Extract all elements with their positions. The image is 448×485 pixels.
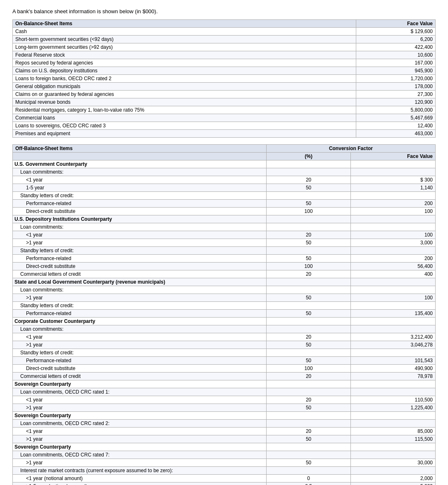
off-balance-cf bbox=[266, 349, 351, 357]
off-balance-item: >1 year bbox=[13, 459, 267, 467]
on-balance-row: Short-term government securities (<92 da… bbox=[13, 36, 436, 43]
off-balance-row: 1-5 year501,140 bbox=[13, 184, 436, 192]
off-balance-item: <1 year bbox=[13, 231, 267, 239]
off-balance-cf: 50 bbox=[266, 239, 351, 247]
off-balance-cf: 100 bbox=[266, 208, 351, 215]
off-balance-fv bbox=[351, 286, 436, 294]
off-balance-item: <1 year bbox=[13, 428, 267, 435]
off-balance-row: U.S. Government Counterparty bbox=[13, 160, 436, 168]
off-balance-item: >1 year bbox=[13, 435, 267, 443]
off-balance-fv: 3,212,400 bbox=[351, 333, 436, 341]
off-balance-row: Standby letters of credit: bbox=[13, 192, 436, 200]
on-balance-value: 1,720,000 bbox=[356, 75, 436, 83]
off-balance-item: Corporate Customer Counterparty bbox=[13, 318, 267, 325]
off-balance-row: Interest rate market contracts (current … bbox=[13, 467, 436, 475]
off-balance-fv: 100 bbox=[351, 231, 436, 239]
off-balance-row: >1-5 year (notional amount)0.55,000 bbox=[13, 483, 436, 485]
off-balance-cf: 20 bbox=[266, 270, 351, 278]
off-balance-fv bbox=[351, 318, 436, 325]
off-balance-row: <1 year20110,500 bbox=[13, 396, 436, 404]
on-balance-row: Long-term government securities (>92 day… bbox=[13, 43, 436, 51]
off-balance-fv: 85,000 bbox=[351, 428, 436, 435]
off-balance-fv: 56,400 bbox=[351, 263, 436, 270]
off-balance-row: >1 year50100 bbox=[13, 294, 436, 302]
off-balance-item: Sovereign Counterparty bbox=[13, 412, 267, 420]
off-balance-item: State and Local Government Counterparty … bbox=[13, 278, 267, 286]
off-balance-cf: 20 bbox=[266, 333, 351, 341]
off-balance-item: Loan commitments, OECD CRC rated 7: bbox=[13, 451, 267, 459]
off-balance-item: Sovereign Counterparty bbox=[13, 443, 267, 451]
off-balance-row: Commercial letters of credit20400 bbox=[13, 270, 436, 278]
off-balance-fv: 1,225,400 bbox=[351, 404, 436, 412]
off-balance-fv: 3,000 bbox=[351, 239, 436, 247]
on-balance-value: 463,000 bbox=[356, 130, 436, 138]
off-balance-fv bbox=[351, 380, 436, 388]
off-balance-cf: 20 bbox=[266, 396, 351, 404]
off-balance-item: U.S. Depository Institutions Counterpart… bbox=[13, 215, 267, 223]
off-balance-item: Loan commitments: bbox=[13, 223, 267, 231]
on-balance-row: Claims on U.S. depository institutions94… bbox=[13, 67, 436, 75]
off-balance-row: Sovereign Counterparty bbox=[13, 443, 436, 451]
on-balance-item: Premises and equipment bbox=[13, 130, 356, 138]
off-balance-fv: 490,900 bbox=[351, 365, 436, 373]
off-balance-row: State and Local Government Counterparty … bbox=[13, 278, 436, 286]
off-balance-row: Loan commitments: bbox=[13, 325, 436, 333]
off-balance-cf: 50 bbox=[266, 404, 351, 412]
off-balance-item: Direct-credit substitute bbox=[13, 365, 267, 373]
off-balance-fv: 100 bbox=[351, 294, 436, 302]
on-balance-row: Cash$ 129,600 bbox=[13, 28, 436, 36]
off-balance-row: Sovereign Counterparty bbox=[13, 380, 436, 388]
off-balance-row: Commercial letters of credit2078,978 bbox=[13, 373, 436, 380]
off-balance-item: Commercial letters of credit bbox=[13, 270, 267, 278]
off-balance-row: >1 year503,000 bbox=[13, 239, 436, 247]
on-balance-value: $ 129,600 bbox=[356, 28, 436, 36]
off-balance-row: Sovereign Counterparty bbox=[13, 412, 436, 420]
off-balance-row: Loan commitments, OECD CRC rated 2: bbox=[13, 420, 436, 428]
off-balance-fv bbox=[351, 223, 436, 231]
on-balance-row: Commercial loans5,467,669 bbox=[13, 114, 436, 122]
off-balance-item: >1 year bbox=[13, 341, 267, 349]
off-balance-row: Performance-related50101,543 bbox=[13, 357, 436, 365]
off-balance-fv bbox=[351, 388, 436, 396]
off-balance-cf: 50 bbox=[266, 435, 351, 443]
off-balance-fv: 135,400 bbox=[351, 310, 436, 318]
off-balance-cf: 50 bbox=[266, 184, 351, 192]
off-balance-fv: 2,000 bbox=[351, 475, 436, 483]
off-balance-cf: 50 bbox=[266, 357, 351, 365]
off-balance-fv bbox=[351, 192, 436, 200]
off-balance-cf: 20 bbox=[266, 176, 351, 184]
on-balance-row: Repos secured by federal agencies167,000 bbox=[13, 59, 436, 67]
on-balance-row: Municipal revenue bonds120,900 bbox=[13, 98, 436, 106]
off-balance-row: Loan commitments: bbox=[13, 168, 436, 176]
off-balance-fv bbox=[351, 412, 436, 420]
off-balance-row: <1 year (notional amount)02,000 bbox=[13, 475, 436, 483]
off-balance-fv: 5,000 bbox=[351, 483, 436, 485]
off-balance-cf: 50 bbox=[266, 310, 351, 318]
off-balance-cf bbox=[266, 380, 351, 388]
on-balance-value: 5,800,000 bbox=[356, 106, 436, 114]
on-balance-col1-header: On-Balance-Sheet Items bbox=[13, 20, 356, 28]
off-balance-cf: 20 bbox=[266, 428, 351, 435]
off-balance-row: >1 year5030,000 bbox=[13, 459, 436, 467]
off-balance-row: <1 year20100 bbox=[13, 231, 436, 239]
on-balance-value: 27,300 bbox=[356, 91, 436, 98]
off-balance-row: >1 year503,046,278 bbox=[13, 341, 436, 349]
on-balance-row: Federal Reserve stock10,600 bbox=[13, 51, 436, 59]
on-balance-row: Residential mortgages, category 1, loan-… bbox=[13, 106, 436, 114]
on-balance-item: Residential mortgages, category 1, loan-… bbox=[13, 106, 356, 114]
off-balance-col1-header: Off-Balance-Sheet Items bbox=[13, 145, 267, 153]
off-balance-fv: 30,000 bbox=[351, 459, 436, 467]
off-balance-fv bbox=[351, 443, 436, 451]
off-balance-cf: 50 bbox=[266, 255, 351, 263]
off-balance-fv: 3,046,278 bbox=[351, 341, 436, 349]
on-balance-value: 120,900 bbox=[356, 98, 436, 106]
off-balance-cf: 0.5 bbox=[266, 483, 351, 485]
off-balance-cf: 50 bbox=[266, 341, 351, 349]
on-balance-value: 167,000 bbox=[356, 59, 436, 67]
off-balance-cf bbox=[266, 160, 351, 168]
off-balance-row: Standby letters of credit: bbox=[13, 247, 436, 255]
off-balance-cf bbox=[266, 467, 351, 475]
on-balance-value: 178,000 bbox=[356, 83, 436, 91]
off-balance-conversion-header: Conversion Factor bbox=[266, 145, 435, 153]
off-balance-row: <1 year20$ 300 bbox=[13, 176, 436, 184]
